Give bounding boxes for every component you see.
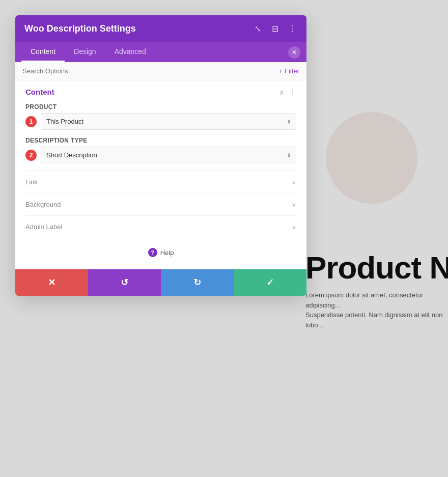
reset-icon: ↺	[121, 277, 128, 288]
filter-label: Filter	[285, 67, 299, 75]
background-section-header[interactable]: Background ∨	[25, 201, 296, 208]
product-select-wrapper: This Product Custom Product ⬍	[41, 113, 296, 130]
link-section-title: Link	[25, 178, 38, 186]
description-type-select[interactable]: Short Description Full Description	[41, 147, 296, 163]
link-section-header[interactable]: Link ∨	[25, 178, 296, 186]
section-collapse-icon[interactable]: ∧	[279, 88, 284, 96]
cancel-button[interactable]: ✕	[15, 269, 88, 296]
reset-button[interactable]: ↺	[88, 269, 161, 296]
description-type-badge: 2	[25, 150, 37, 161]
section-controls: ∧ ⋮	[279, 88, 296, 96]
product-badge: 1	[25, 116, 37, 127]
admin-label-section-title: Admin Label	[25, 223, 62, 231]
tab-close-area: ✕	[288, 42, 300, 62]
filter-plus-icon: +	[279, 67, 283, 75]
redo-icon: ↻	[193, 277, 201, 288]
help-label: Help	[160, 249, 174, 257]
filter-button[interactable]: + Filter	[279, 67, 299, 75]
search-bar: + Filter	[15, 62, 306, 80]
tab-content[interactable]: Content	[21, 42, 65, 62]
close-button[interactable]: ✕	[288, 46, 300, 59]
background-section: Background ∨	[25, 193, 296, 215]
panel-header: Woo Description Settings ⤡ ⊟ ⋮	[15, 15, 306, 42]
product-field-group: Product 1 This Product Custom Product ⬍	[25, 103, 296, 130]
help-section[interactable]: ? Help	[25, 238, 296, 262]
admin-label-section: Admin Label ∨	[25, 215, 296, 238]
redo-button[interactable]: ↻	[161, 269, 234, 296]
cancel-icon: ✕	[48, 277, 55, 288]
description-type-field-group: Description Type 2 Short Description Ful…	[25, 137, 296, 163]
product-label: Product	[25, 103, 296, 110]
link-section: Link ∨	[25, 171, 296, 193]
content-section-header: Content ∧ ⋮	[25, 88, 296, 96]
tab-design[interactable]: Design	[65, 42, 105, 62]
help-icon: ?	[148, 248, 157, 257]
panel-title: Woo Description Settings	[24, 23, 136, 34]
description-type-select-wrapper: Short Description Full Description ⬍	[41, 147, 296, 163]
product-select[interactable]: This Product Custom Product	[41, 113, 296, 130]
tab-advanced[interactable]: Advanced	[105, 42, 155, 62]
background-chevron-icon: ∨	[292, 201, 296, 208]
columns-icon[interactable]: ⊟	[270, 24, 280, 34]
save-icon: ✓	[266, 277, 274, 288]
header-icons: ⤡ ⊟ ⋮	[253, 24, 297, 34]
content-section-title: Content	[25, 88, 54, 96]
section-more-icon[interactable]: ⋮	[289, 88, 296, 96]
search-input[interactable]	[22, 67, 279, 75]
product-field-row: 1 This Product Custom Product ⬍	[25, 113, 296, 130]
save-button[interactable]: ✓	[234, 269, 306, 296]
more-icon[interactable]: ⋮	[287, 24, 297, 34]
panel-body: Content ∧ ⋮ Product 1 This Product Custo…	[15, 80, 306, 269]
panel-footer: ✕ ↺ ↻ ✓	[15, 269, 306, 296]
description-type-field-row: 2 Short Description Full Description ⬍	[25, 147, 296, 163]
expand-icon[interactable]: ⤡	[253, 24, 263, 34]
admin-label-chevron-icon: ∨	[292, 223, 296, 231]
background-section-title: Background	[25, 201, 61, 208]
settings-panel: Woo Description Settings ⤡ ⊟ ⋮ Content D…	[15, 15, 306, 296]
description-type-label: Description Type	[25, 137, 296, 144]
tabs-bar: Content Design Advanced ✕	[15, 42, 306, 62]
link-chevron-icon: ∨	[292, 179, 296, 186]
admin-label-section-header[interactable]: Admin Label ∨	[25, 223, 296, 231]
